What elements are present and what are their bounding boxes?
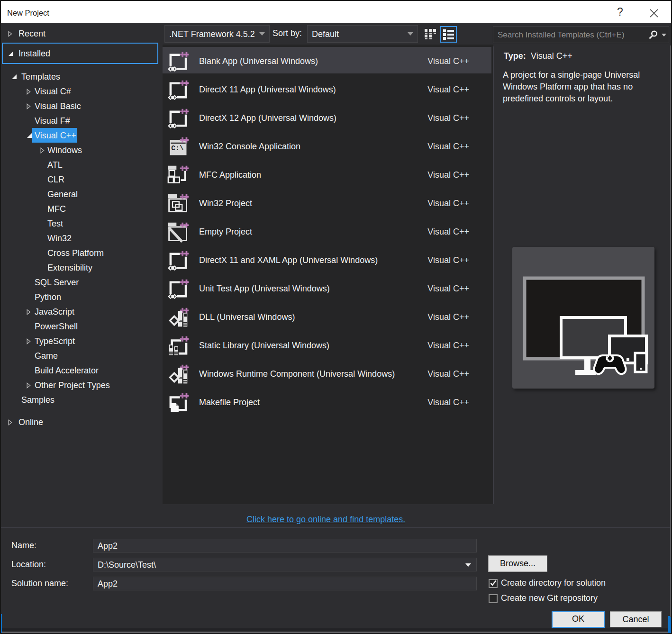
- svg-text:F: F: [169, 177, 172, 182]
- svg-text:M: M: [170, 171, 174, 176]
- svg-text:C:\: C:\: [171, 145, 184, 152]
- svg-text:C: C: [175, 177, 179, 182]
